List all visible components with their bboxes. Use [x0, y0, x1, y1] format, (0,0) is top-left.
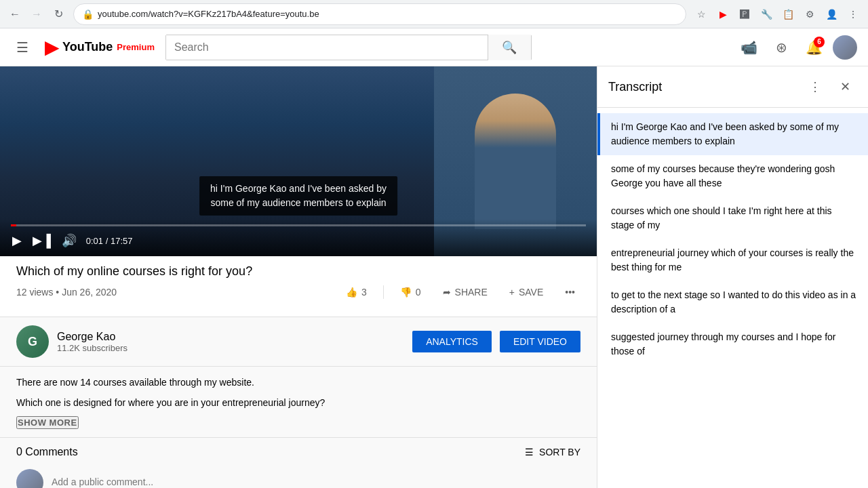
browser-icons: ☆ ▶ 🅿 🔧 📋 ⚙ 👤 ⋮ [692, 5, 863, 24]
search-bar: 🔍 [165, 35, 532, 60]
youtube-logo[interactable]: ▶ YouTube Premium [45, 36, 155, 58]
sort-button[interactable]: ☰ SORT BY [525, 447, 580, 458]
transcript-panel: Transcript ⋮ ✕ hi I'm George Kao and I'v… [597, 66, 868, 488]
transcript-close-button[interactable]: ✕ [833, 75, 857, 99]
channel-info-left: G George Kao 11.2K subscribers [16, 325, 127, 358]
video-section: hi I'm George Kao and I've been asked by… [0, 66, 597, 488]
browser-ext1-button[interactable]: 🅿 [735, 5, 754, 24]
transcript-segment[interactable]: suggested journey through my courses and… [597, 323, 868, 365]
browser-person-button[interactable]: 👤 [822, 5, 841, 24]
youtube-header: ☰ ▶ YouTube Premium 🔍 📹 ⊛ 🔔 6 [0, 28, 868, 66]
time-current: 0:01 [86, 236, 103, 246]
save-label: SAVE [519, 287, 543, 298]
search-button[interactable]: 🔍 [488, 35, 531, 60]
nav-buttons: ← → ↻ [5, 5, 68, 24]
save-icon: + [509, 287, 515, 298]
forward-button[interactable]: → [27, 5, 46, 24]
video-actions: 👍 3 👎 0 ➦ SHARE + SAVE [340, 284, 580, 300]
browser-yt-icon[interactable]: ▶ [713, 5, 732, 24]
caption-line2: some of my audience members to explain [210, 197, 386, 208]
transcript-more-button[interactable]: ⋮ [803, 75, 827, 99]
comment-input-row [16, 469, 580, 488]
browser-star-button[interactable]: ☆ [692, 5, 711, 24]
youtube-logo-icon: ▶ [45, 36, 60, 58]
comments-header: 0 Comments ☰ SORT BY [16, 446, 580, 458]
progress-bar-fill [11, 224, 16, 226]
channel-name[interactable]: George Kao [57, 331, 127, 343]
share-button[interactable]: ➦ SHARE [437, 284, 493, 300]
search-input[interactable] [166, 35, 488, 60]
play-button[interactable]: ▶ [11, 232, 23, 249]
next-button[interactable]: ▶▐ [31, 232, 52, 249]
apps-button[interactable]: ⊛ [768, 34, 795, 61]
like-button[interactable]: 👍 3 [340, 284, 372, 300]
browser-menu-button[interactable]: ⋮ [844, 5, 863, 24]
transcript-header-actions: ⋮ ✕ [803, 75, 857, 99]
transcript-segment[interactable]: some of my courses because they're wonde… [597, 155, 868, 197]
comment-user-avatar [16, 469, 43, 488]
youtube-logo-text: YouTube [62, 40, 113, 54]
description-section: There are now 14 courses available throu… [0, 366, 597, 437]
user-avatar[interactable] [833, 35, 857, 60]
progress-bar-container[interactable] [11, 224, 586, 226]
description-line1: There are now 14 courses available throu… [16, 375, 580, 390]
show-more-button[interactable]: SHOW MORE [16, 416, 79, 429]
url-text: youtube.com/watch?v=KGFKz217bA4&feature=… [98, 9, 677, 19]
controls-row: ▶ ▶▐ 🔊 0:01 / 17:57 [11, 232, 586, 249]
transcript-segment[interactable]: hi I'm George Kao and I've been asked by… [597, 113, 868, 155]
share-label: SHARE [455, 287, 488, 298]
comment-input[interactable] [52, 474, 580, 488]
transcript-title: Transcript [608, 80, 662, 94]
browser-ext3-button[interactable]: 📋 [778, 5, 797, 24]
notification-badge: 6 [814, 37, 825, 47]
comments-count: 0 Comments [16, 446, 78, 458]
main-content: hi I'm George Kao and I've been asked by… [0, 66, 868, 488]
analytics-button[interactable]: ANALYTICS [412, 331, 492, 352]
transcript-header: Transcript ⋮ ✕ [597, 66, 868, 108]
upload-button[interactable]: 📹 [735, 34, 762, 61]
dislike-count: 0 [416, 287, 421, 298]
lock-icon: 🔒 [82, 9, 94, 20]
publish-date: Jun 26, 2020 [62, 287, 117, 298]
video-controls: ▶ ▶▐ 🔊 0:01 / 17:57 [0, 219, 597, 256]
like-icon: 👍 [346, 287, 357, 298]
volume-button[interactable]: 🔊 [60, 232, 78, 249]
caption-line1: hi I'm George Kao and I've been asked by [210, 183, 387, 194]
avatar-image [833, 35, 857, 60]
dislike-button[interactable]: 👎 0 [395, 284, 427, 300]
video-meta: 12 views • Jun 26, 2020 👍 3 👎 0 [16, 284, 580, 300]
like-dislike-separator [383, 285, 384, 299]
comments-section: 0 Comments ☰ SORT BY [0, 437, 597, 488]
back-button[interactable]: ← [5, 5, 24, 24]
address-bar[interactable]: 🔒 youtube.com/watch?v=KGFKz217bA4&featur… [73, 3, 686, 25]
dislike-icon: 👎 [400, 287, 412, 298]
channel-actions: ANALYTICS EDIT VIDEO [412, 331, 580, 352]
share-icon: ➦ [443, 287, 451, 298]
video-stats: 12 views • Jun 26, 2020 [16, 287, 117, 298]
menu-button[interactable]: ☰ [11, 34, 34, 61]
transcript-segment[interactable]: entrepreneurial journey which of your co… [597, 239, 868, 281]
notifications-button[interactable]: 🔔 6 [800, 34, 827, 61]
save-button[interactable]: + SAVE [504, 284, 549, 300]
views-count: 12 views [16, 287, 53, 298]
channel-subscribers: 11.2K subscribers [57, 343, 127, 353]
video-player[interactable]: hi I'm George Kao and I've been asked by… [0, 66, 597, 256]
transcript-segment[interactable]: courses which one should I take I'm righ… [597, 197, 868, 239]
stats-separator: • [56, 287, 62, 298]
channel-avatar[interactable]: G [16, 325, 49, 358]
transcript-body: hi I'm George Kao and I've been asked by… [597, 108, 868, 488]
browser-ext2-button[interactable]: 🔧 [757, 5, 776, 24]
edit-video-button[interactable]: EDIT VIDEO [500, 331, 580, 352]
youtube-premium-label: Premium [117, 42, 155, 52]
like-count: 3 [361, 287, 367, 298]
refresh-button[interactable]: ↻ [49, 5, 68, 24]
time-display: 0:01 / 17:57 [86, 236, 133, 246]
channel-details: George Kao 11.2K subscribers [57, 331, 127, 353]
sort-label: SORT BY [539, 447, 580, 458]
person-silhouette [475, 94, 556, 229]
description-text: There are now 14 courses available throu… [16, 375, 580, 411]
browser-ext4-button[interactable]: ⚙ [800, 5, 819, 24]
transcript-segment[interactable]: to get to the next stage so I wanted to … [597, 281, 868, 323]
more-actions-button[interactable]: ••• [559, 284, 580, 300]
caption-overlay: hi I'm George Kao and I've been asked by… [199, 176, 397, 216]
